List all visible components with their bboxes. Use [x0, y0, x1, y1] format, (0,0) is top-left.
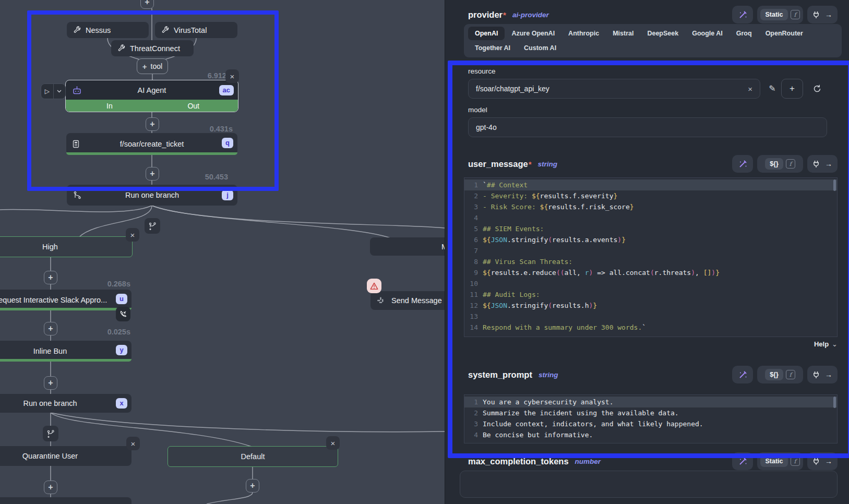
mode-toggle[interactable]: Staticf: [757, 6, 803, 23]
io-buttons[interactable]: →: [807, 155, 838, 173]
ai-generate-button[interactable]: [732, 452, 753, 470]
mode-toggle[interactable]: ${}f: [757, 366, 803, 383]
help-toggle[interactable]: Help⌄: [464, 340, 838, 348]
arrow-right-icon[interactable]: →: [825, 10, 832, 19]
mode-pill[interactable]: ${}: [765, 158, 783, 170]
tab-together-ai[interactable]: Together AI: [468, 41, 517, 55]
add-node-connector[interactable]: +: [146, 117, 159, 131]
function-icon[interactable]: f: [786, 159, 795, 169]
io-buttons[interactable]: →: [807, 366, 838, 383]
arrow-right-icon[interactable]: →: [825, 457, 832, 465]
arrow-right-icon[interactable]: →: [825, 370, 832, 379]
node-mnode[interactable]: M...: [370, 237, 445, 256]
node-quar[interactable]: Quarantine User: [0, 446, 131, 466]
tab-google-ai[interactable]: Google AI: [685, 27, 730, 40]
tab-groq[interactable]: Groq: [730, 27, 759, 40]
code-line[interactable]: 11## Audit Logs:: [464, 289, 837, 300]
code-line[interactable]: 2Summarize the incident using the availa…: [464, 407, 837, 418]
code-line[interactable]: 9${results.e.reduce((all, r) => all.conc…: [464, 267, 837, 278]
mode-toggle[interactable]: ${}f: [757, 155, 803, 173]
play-icon[interactable]: ▷: [41, 84, 53, 99]
function-icon[interactable]: f: [791, 10, 800, 19]
add-node-connector[interactable]: +: [246, 479, 259, 493]
plug-icon[interactable]: [812, 458, 820, 465]
close-icon[interactable]: ×: [326, 436, 340, 450]
tab-anthropic[interactable]: Anthropic: [561, 27, 606, 40]
run-node-button[interactable]: ▷: [41, 83, 66, 99]
code-line[interactable]: 10: [464, 278, 837, 289]
ai-generate-button[interactable]: [732, 366, 753, 383]
workflow-canvas[interactable]: NessusVirusTotalThreatConnect+toolAI Age…: [0, 0, 445, 504]
ai-generate-button[interactable]: [732, 155, 753, 173]
node-send[interactable]: Send Message: [370, 291, 445, 310]
max-completion-tokens-input[interactable]: [460, 471, 838, 498]
code-line[interactable]: 4: [464, 212, 837, 223]
user-message-editor[interactable]: 1`## Context2- Severity: ${results.f.sev…: [464, 177, 838, 337]
close-icon[interactable]: ×: [225, 69, 239, 83]
ai-generate-button[interactable]: [732, 6, 753, 23]
code-line[interactable]: 8## Virus Scan Threats:: [464, 256, 837, 267]
code-line[interactable]: 1You are a cybersecurity analyst.: [464, 397, 837, 407]
add-node-connector[interactable]: +: [146, 167, 159, 181]
code-line[interactable]: 5## SIEM Events:: [464, 223, 837, 234]
out-port[interactable]: Out: [187, 102, 199, 110]
chevron-down-icon[interactable]: [53, 84, 66, 99]
tab-openrouter[interactable]: OpenRouter: [759, 27, 810, 40]
code-line[interactable]: 14Respond with a summary under 300 words…: [464, 322, 837, 333]
code-line[interactable]: 3- Risk Score: ${results.f.risk_score}: [464, 201, 837, 212]
model-input[interactable]: gpt-4o: [468, 117, 827, 137]
node-slack[interactable]: Request Interactive Slack Appro...u: [0, 290, 131, 310]
node-ai[interactable]: AI AgentacInOut: [65, 80, 238, 112]
close-icon[interactable]: ×: [126, 437, 140, 450]
arrow-right-icon[interactable]: →: [825, 160, 832, 168]
mode-pill[interactable]: ${}: [765, 369, 783, 380]
node-threatconnect[interactable]: ThreatConnect: [111, 40, 194, 56]
code-line[interactable]: 12${JSON.stringify(results.h)}: [464, 300, 837, 311]
close-icon[interactable]: ×: [126, 228, 139, 242]
add-resource-button[interactable]: +: [781, 79, 803, 99]
code-line[interactable]: 3Include context, indicators, and what l…: [464, 418, 837, 429]
node-rbj[interactable]: Run one branchj: [67, 185, 237, 206]
clear-icon[interactable]: ×: [748, 85, 752, 93]
tab-mistral[interactable]: Mistral: [606, 27, 640, 40]
code-line[interactable]: 4Be concise but informative.: [464, 429, 837, 440]
tab-deepseek[interactable]: DeepSeek: [640, 27, 685, 40]
code-line[interactable]: 2- Severity: ${results.f.severity}: [464, 190, 837, 201]
resource-input[interactable]: f/soar/chatgpt_api_key ×: [468, 79, 760, 99]
code-line[interactable]: 7: [464, 245, 837, 256]
node-bottom[interactable]: [0, 497, 131, 504]
mode-pill[interactable]: Static: [760, 455, 787, 467]
add-branch-icon[interactable]: [43, 426, 58, 441]
add-node-connector[interactable]: +: [44, 376, 57, 390]
node-nessus[interactable]: Nessus: [67, 22, 149, 38]
code-line[interactable]: 1`## Context: [464, 179, 837, 190]
code-line[interactable]: 13: [464, 311, 837, 322]
plug-icon[interactable]: [812, 371, 820, 379]
node-rbx[interactable]: Run one branchx: [0, 394, 131, 413]
in-port[interactable]: In: [106, 102, 113, 110]
node-virustotal[interactable]: VirusTotal: [155, 22, 237, 38]
function-icon[interactable]: f: [791, 457, 800, 466]
code-line[interactable]: 6${JSON.stringify(results.a.events)}: [464, 234, 837, 245]
plug-icon[interactable]: [812, 160, 820, 168]
function-icon[interactable]: f: [786, 370, 795, 379]
tab-openai[interactable]: OpenAI: [468, 27, 505, 40]
add-node-connector[interactable]: +: [44, 271, 57, 284]
add-node-connector[interactable]: +: [44, 322, 57, 335]
add-branch-icon[interactable]: [145, 218, 160, 234]
refresh-icon[interactable]: [810, 82, 824, 95]
plug-icon[interactable]: [812, 11, 820, 19]
node-ticket[interactable]: f/soar/create_ticketq: [66, 133, 237, 155]
editor-scrollbar[interactable]: [833, 397, 836, 408]
edit-pencil-icon[interactable]: ✎: [767, 82, 778, 94]
tab-custom-ai[interactable]: Custom AI: [517, 41, 563, 55]
io-buttons[interactable]: →: [807, 6, 838, 23]
editor-scrollbar[interactable]: [833, 179, 836, 191]
mode-toggle[interactable]: Staticf: [757, 452, 803, 470]
system-prompt-editor[interactable]: 1You are a cybersecurity analyst.2Summar…: [464, 394, 838, 443]
node-bun[interactable]: Inline Buny: [0, 341, 131, 362]
node-high[interactable]: High: [0, 236, 133, 257]
io-buttons[interactable]: →: [807, 452, 838, 470]
node-tool[interactable]: +tool: [137, 58, 168, 74]
node-def[interactable]: Default: [168, 446, 338, 467]
